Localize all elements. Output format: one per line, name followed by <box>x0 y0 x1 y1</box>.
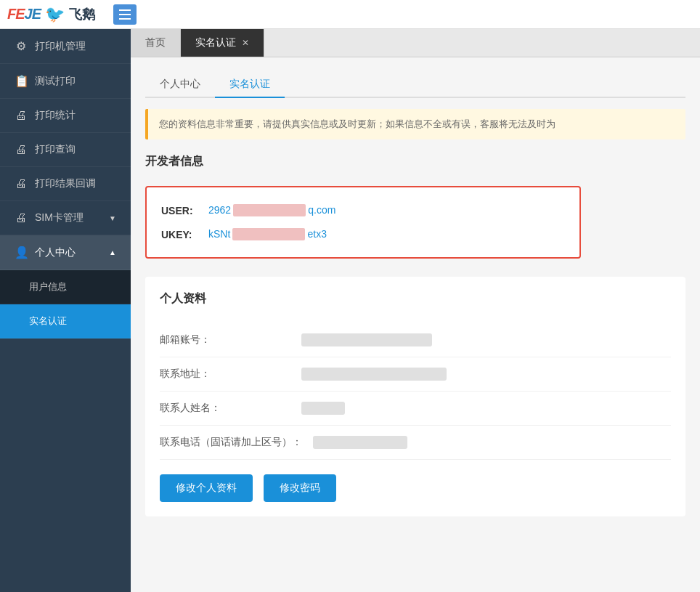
user-prefix: 2962 <box>208 204 231 216</box>
sidebar-label-real-name: 实名认证 <box>29 315 67 328</box>
menu-toggle-button[interactable] <box>113 4 137 25</box>
logo-je: JE <box>25 6 41 23</box>
personal-info-section: 个人资料 邮箱账号： 联系地址： 联系人姓名： 联系电话（固话请加上区号）： <box>145 277 685 516</box>
form-row-phone: 联系电话（固话请加上区号）： <box>160 426 671 460</box>
ukey-prefix: kSNt <box>208 228 230 240</box>
print-query-icon: 🖨 <box>15 143 28 156</box>
sidebar: ⚙ 打印机管理 📋 测试打印 🖨 打印统计 🖨 打印查询 🖨 打印结果回调 🖨 … <box>0 29 131 592</box>
page-content: 个人中心 实名认证 您的资料信息非常重要，请提供真实信息或及时更新；如果信息不全… <box>131 57 700 592</box>
inner-tabs: 个人中心 实名认证 <box>145 72 685 98</box>
developer-info-box: USER: 2962██████████q.com UKEY: kSNt████… <box>145 186 581 259</box>
sim-icon: 🖨 <box>15 211 28 224</box>
email-label: 邮箱账号： <box>160 333 290 346</box>
user-value: 2962██████████q.com <box>208 204 335 216</box>
content-area: 首页 实名认证 ✕ 个人中心 实名认证 您的资料信息非常重要，请提供真实信息或及… <box>131 29 700 592</box>
inner-tab-real-name-label: 实名认证 <box>229 78 270 89</box>
user-label: USER: <box>161 205 201 216</box>
personal-info-title: 个人资料 <box>160 291 671 312</box>
email-value-blur <box>301 333 432 346</box>
person-icon: 👤 <box>15 246 28 259</box>
main-layout: ⚙ 打印机管理 📋 测试打印 🖨 打印统计 🖨 打印查询 🖨 打印结果回调 🖨 … <box>0 29 700 592</box>
form-row-address: 联系地址： <box>160 357 671 392</box>
sidebar-item-print-stats[interactable]: 🖨 打印统计 <box>0 99 131 133</box>
menu-line-2 <box>119 14 131 15</box>
sim-arrow-icon: ▼ <box>109 214 116 222</box>
logo: FEJE 🐦 飞鹅 <box>7 5 95 24</box>
sidebar-item-sim-manage[interactable]: 🖨 SIM卡管理 ▼ <box>0 201 131 235</box>
inner-tab-real-name[interactable]: 实名认证 <box>215 72 285 98</box>
tab-real-name-label: 实名认证 <box>195 36 236 49</box>
sidebar-item-test-print[interactable]: 📋 测试打印 <box>0 64 131 99</box>
sidebar-item-real-name[interactable]: 实名认证 <box>0 304 131 338</box>
sidebar-label-print-query: 打印查询 <box>35 143 76 156</box>
sidebar-item-user-info[interactable]: 用户信息 <box>0 270 131 304</box>
user-info-row: USER: 2962██████████q.com <box>161 198 565 222</box>
sidebar-sub-personal: 用户信息 实名认证 <box>0 270 131 338</box>
printer-icon: ⚙ <box>15 39 28 53</box>
change-password-button[interactable]: 修改密码 <box>264 474 336 502</box>
contact-name-value-blur <box>301 402 345 415</box>
inner-tab-personal-center[interactable]: 个人中心 <box>145 72 215 97</box>
print-stats-icon: 🖨 <box>15 109 28 122</box>
user-blurred: ██████████ <box>233 204 306 216</box>
button-row: 修改个人资料 修改密码 <box>160 474 671 502</box>
sidebar-label-printer-manage: 打印机管理 <box>35 40 86 53</box>
ukey-suffix: etx3 <box>307 228 326 240</box>
logo-cn-text: 飞鹅 <box>69 6 95 23</box>
form-row-contact-name: 联系人姓名： <box>160 392 671 426</box>
ukey-value: kSNt██████████etx3 <box>208 228 327 240</box>
phone-value-blur <box>313 436 407 449</box>
test-print-icon: 📋 <box>15 74 28 88</box>
edit-profile-button[interactable]: 修改个人资料 <box>160 474 253 502</box>
tab-home[interactable]: 首页 <box>131 29 181 57</box>
tabs-bar: 首页 实名认证 ✕ <box>131 29 700 57</box>
form-row-email: 邮箱账号： <box>160 323 671 357</box>
sidebar-label-sim-manage: SIM卡管理 <box>35 211 84 224</box>
sidebar-item-printer-manage[interactable]: ⚙ 打印机管理 <box>0 29 131 64</box>
sidebar-label-test-print: 测试打印 <box>35 75 76 88</box>
tab-real-name[interactable]: 实名认证 ✕ <box>181 29 264 57</box>
sidebar-label-print-result: 打印结果回调 <box>35 177 96 190</box>
tab-close-icon[interactable]: ✕ <box>242 38 249 48</box>
address-value-blur <box>301 368 447 381</box>
warning-bar: 您的资料信息非常重要，请提供真实信息或及时更新；如果信息不全或有误，客服将无法及… <box>145 109 685 139</box>
inner-tab-personal-label: 个人中心 <box>160 78 200 89</box>
sidebar-label-user-info: 用户信息 <box>29 280 67 293</box>
sidebar-label-print-stats: 打印统计 <box>35 109 76 122</box>
print-result-icon: 🖨 <box>15 177 28 190</box>
developer-info-section: 开发者信息 USER: 2962██████████q.com UKEY: kS… <box>145 154 685 259</box>
contact-name-label: 联系人姓名： <box>160 402 290 415</box>
ukey-blurred: ██████████ <box>232 228 305 240</box>
logo-area: FEJE 🐦 飞鹅 <box>7 4 137 25</box>
sidebar-item-print-result[interactable]: 🖨 打印结果回调 <box>0 167 131 201</box>
menu-line-1 <box>119 9 131 11</box>
personal-arrow-icon: ▲ <box>109 248 116 256</box>
tab-home-label: 首页 <box>145 36 166 49</box>
sidebar-label-personal-center: 个人中心 <box>35 246 76 259</box>
header: FEJE 🐦 飞鹅 <box>0 0 700 29</box>
ukey-info-row: UKEY: kSNt██████████etx3 <box>161 222 565 246</box>
logo-bird-icon: 🐦 <box>45 5 65 24</box>
logo-fe: FE <box>7 6 25 23</box>
menu-line-3 <box>119 18 131 20</box>
user-suffix: q.com <box>308 204 335 216</box>
sidebar-item-print-query[interactable]: 🖨 打印查询 <box>0 133 131 167</box>
sidebar-item-personal-center[interactable]: 👤 个人中心 ▲ <box>0 235 131 270</box>
ukey-label: UKEY: <box>161 229 201 240</box>
warning-text: 您的资料信息非常重要，请提供真实信息或及时更新；如果信息不全或有误，客服将无法及… <box>159 118 555 129</box>
address-label: 联系地址： <box>160 368 290 381</box>
developer-info-title: 开发者信息 <box>145 154 685 175</box>
phone-label: 联系电话（固话请加上区号）： <box>160 436 302 449</box>
